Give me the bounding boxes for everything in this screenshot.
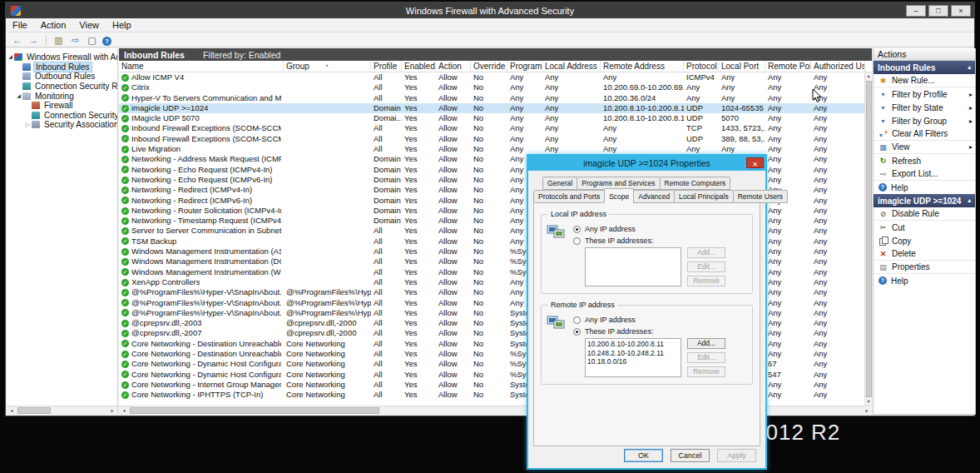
action-item[interactable]: Properties	[874, 261, 975, 274]
dialog-tab[interactable]: Scope	[604, 188, 634, 203]
action-item[interactable]: Help	[874, 181, 975, 194]
remote-ip-list[interactable]: 10.200.8.10-10.200.8.1110.248.2.10-10.24…	[585, 338, 681, 377]
column-header[interactable]: Group	[284, 61, 371, 72]
tree-item[interactable]: Windows Firewall with Advanced Security	[7, 52, 117, 62]
column-header[interactable]: Action	[436, 61, 471, 72]
cancel-button[interactable]: Cancel	[671, 449, 710, 462]
actions-group-header-inbound-rules[interactable]: Inbound Rules	[874, 61, 975, 74]
table-row[interactable]: Inbound Firewall Exceptions (SCOM-SCCM-S…	[119, 123, 864, 133]
scroll-right-arrow[interactable]	[863, 407, 871, 415]
tree-item[interactable]: Inbound Rules	[7, 62, 117, 72]
column-header[interactable]: Authorized Us...	[811, 61, 865, 72]
action-item[interactable]: Refresh	[874, 154, 975, 167]
table-row[interactable]: Allow ICMP V4 All Yes Allow No Any Any A…	[119, 72, 864, 82]
scrollbar-thumb[interactable]	[130, 407, 379, 414]
local-edit-button[interactable]: Edit...	[687, 261, 725, 272]
scroll-right-arrow[interactable]	[108, 407, 116, 415]
column-header[interactable]: Local Port	[719, 61, 765, 72]
tree-item[interactable]: Connection Security Rules	[7, 111, 117, 121]
local-any-ip-radio[interactable]	[573, 226, 581, 233]
back-icon[interactable]	[10, 34, 24, 46]
close-button[interactable]: ×	[951, 5, 971, 17]
local-ip-list[interactable]	[585, 247, 681, 286]
scrollbar-thumb[interactable]	[17, 407, 51, 414]
scrollbar-thumb[interactable]	[866, 81, 872, 397]
tree-item[interactable]: Outbound Rules	[7, 72, 117, 82]
local-remove-button[interactable]: Remove	[687, 276, 725, 286]
export-list-icon[interactable]	[68, 34, 82, 46]
dialog-title-bar[interactable]: imagicle UDP >=1024 Properties	[528, 156, 765, 171]
scroll-left-arrow[interactable]	[7, 407, 16, 415]
scroll-left-arrow[interactable]	[120, 407, 128, 415]
tree-expander-icon[interactable]	[7, 53, 14, 61]
help-icon[interactable]	[101, 34, 112, 46]
menu-item[interactable]: Action	[34, 20, 73, 30]
action-item[interactable]: Copy	[874, 234, 975, 247]
table-row[interactable]: Hyper-V To Servers Communication and Mon…	[119, 93, 864, 103]
vertical-scrollbar[interactable]	[864, 72, 872, 406]
dialog-tab[interactable]: Advanced	[633, 190, 675, 203]
action-item[interactable]: Delete	[874, 247, 975, 261]
ok-button[interactable]: OK	[624, 449, 663, 462]
tree-item[interactable]: Security Associations	[7, 120, 117, 130]
table-row[interactable]: IMagicle UDP 5070 Domai... Yes Allow No …	[119, 113, 864, 123]
local-add-button[interactable]: Add...	[687, 247, 725, 258]
scroll-down-arrow[interactable]	[864, 398, 873, 406]
column-header[interactable]: Program	[507, 61, 542, 72]
action-item[interactable]: Filter by Profile	[874, 87, 975, 101]
action-item[interactable]: Cut	[874, 221, 975, 234]
action-item[interactable]: Clear All Filters	[874, 127, 975, 141]
title-bar[interactable]: Windows Firewall with Advanced Security …	[6, 2, 974, 18]
action-item[interactable]: Help	[874, 274, 975, 287]
column-header[interactable]: Enabled	[402, 61, 436, 72]
tree-horizontal-scrollbar[interactable]	[7, 406, 117, 415]
table-row[interactable]: Inbound Firewall Exceptions (SCOM-SCCM-S…	[119, 134, 864, 144]
tree-expander-icon[interactable]	[24, 121, 32, 129]
column-header[interactable]: Remote Address	[601, 61, 684, 72]
column-header[interactable]: Override	[471, 61, 507, 72]
remote-add-button[interactable]: Add...	[687, 338, 725, 349]
minimize-button[interactable]: –	[906, 5, 926, 17]
new-window-icon[interactable]	[85, 34, 99, 46]
column-header[interactable]: Local Address	[542, 61, 601, 72]
column-header[interactable]: Remote Port	[765, 61, 811, 72]
scroll-up-arrow[interactable]	[864, 72, 873, 80]
console-tree-icon[interactable]	[52, 34, 66, 46]
action-item[interactable]: Disable Rule	[874, 207, 975, 221]
remote-these-ip-radio[interactable]	[573, 328, 581, 336]
menu-item[interactable]: File	[6, 20, 34, 30]
apply-button[interactable]: Apply	[717, 449, 756, 462]
action-item[interactable]: Filter by State	[874, 101, 975, 114]
tree-item[interactable]: Connection Security Rules	[7, 82, 117, 92]
action-item[interactable]: New Rule...	[874, 74, 975, 87]
dialog-tab[interactable]: Local Principals	[674, 190, 734, 203]
dialog-tab[interactable]: General	[542, 177, 577, 190]
table-row[interactable]: Citrix All Yes Allow No Any Any 10.200.6…	[119, 82, 864, 92]
action-item[interactable]: Export List...	[874, 167, 975, 181]
remote-remove-button[interactable]: Remove	[687, 366, 725, 377]
table-row[interactable]: imagicle UDP >=1024 Domain Yes Allow No …	[119, 103, 864, 113]
dialog-tab[interactable]: Remote Computers	[660, 177, 731, 190]
tree-expander-icon[interactable]	[15, 92, 22, 100]
collapse-icon[interactable]	[968, 64, 971, 71]
action-item[interactable]: Filter by Group	[874, 114, 975, 127]
menu-item[interactable]: Help	[106, 20, 138, 30]
remote-any-ip-radio[interactable]	[573, 316, 581, 324]
dialog-tab[interactable]: Protocols and Ports	[533, 190, 605, 203]
table-row[interactable]: Live Migration All Yes Allow No Any Any …	[119, 144, 864, 154]
action-item[interactable]: View	[874, 141, 975, 154]
dialog-close-icon[interactable]	[746, 157, 764, 168]
forward-icon[interactable]	[27, 34, 41, 46]
remote-edit-button[interactable]: Edit...	[687, 352, 725, 363]
column-header[interactable]: Protocol	[684, 61, 719, 72]
column-header[interactable]: Profile	[371, 61, 402, 72]
maximize-button[interactable]: □	[928, 5, 948, 17]
menu-item[interactable]: View	[72, 20, 106, 30]
actions-group-header-selected-rule[interactable]: imagicle UDP >=1024	[874, 194, 975, 207]
dialog-tab[interactable]: Remote Users	[733, 190, 788, 203]
collapse-icon[interactable]	[968, 197, 971, 204]
local-these-ip-radio[interactable]	[573, 237, 581, 245]
column-header[interactable]: Name	[119, 61, 284, 72]
tree-item[interactable]: Monitoring	[7, 91, 117, 101]
tree-item[interactable]: Firewall	[7, 101, 117, 111]
